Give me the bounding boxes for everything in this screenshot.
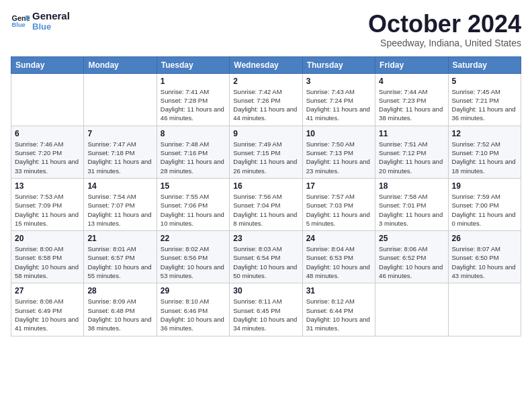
day-number: 16	[233, 181, 298, 191]
calendar-cell: 18Sunrise: 7:58 AM Sunset: 7:01 PM Dayli…	[375, 178, 448, 230]
day-info: Sunrise: 8:04 AM Sunset: 6:53 PM Dayligh…	[306, 244, 371, 280]
calendar-cell: 15Sunrise: 7:55 AM Sunset: 7:06 PM Dayli…	[157, 178, 229, 230]
day-number: 28	[87, 286, 152, 295]
calendar-cell: 27Sunrise: 8:08 AM Sunset: 6:49 PM Dayli…	[11, 283, 84, 336]
calendar-cell: 17Sunrise: 7:57 AM Sunset: 7:03 PM Dayli…	[302, 178, 375, 230]
day-info: Sunrise: 7:49 AM Sunset: 7:15 PM Dayligh…	[233, 140, 298, 175]
day-number: 24	[306, 234, 371, 243]
day-info: Sunrise: 8:00 AM Sunset: 6:58 PM Dayligh…	[15, 244, 80, 280]
day-info: Sunrise: 7:55 AM Sunset: 7:06 PM Dayligh…	[161, 192, 226, 228]
calendar-cell: 2Sunrise: 7:42 AM Sunset: 7:26 PM Daylig…	[230, 73, 302, 126]
day-number: 5	[452, 77, 517, 86]
calendar-cell: 30Sunrise: 8:11 AM Sunset: 6:45 PM Dayli…	[230, 283, 302, 336]
calendar-cell: 21Sunrise: 8:01 AM Sunset: 6:57 PM Dayli…	[84, 231, 157, 283]
day-number: 22	[161, 234, 226, 243]
day-info: Sunrise: 7:41 AM Sunset: 7:28 PM Dayligh…	[161, 87, 226, 123]
calendar-cell: 12Sunrise: 7:52 AM Sunset: 7:10 PM Dayli…	[448, 126, 521, 178]
day-info: Sunrise: 8:07 AM Sunset: 6:50 PM Dayligh…	[452, 244, 517, 280]
calendar-cell	[375, 283, 448, 336]
day-number: 3	[306, 77, 371, 86]
calendar-cell: 28Sunrise: 8:09 AM Sunset: 6:48 PM Dayli…	[84, 283, 157, 336]
calendar-week-4: 20Sunrise: 8:00 AM Sunset: 6:58 PM Dayli…	[11, 231, 521, 283]
col-saturday: Saturday	[448, 56, 521, 73]
calendar-cell: 31Sunrise: 8:12 AM Sunset: 6:44 PM Dayli…	[302, 283, 375, 336]
logo-icon: General Blue	[11, 11, 30, 30]
day-number: 20	[15, 234, 80, 243]
day-info: Sunrise: 8:06 AM Sunset: 6:52 PM Dayligh…	[379, 244, 444, 280]
calendar-cell: 8Sunrise: 7:48 AM Sunset: 7:16 PM Daylig…	[157, 126, 229, 178]
day-number: 19	[452, 181, 517, 191]
day-info: Sunrise: 8:12 AM Sunset: 6:44 PM Dayligh…	[306, 297, 371, 332]
logo-blue: Blue	[32, 22, 70, 32]
day-info: Sunrise: 7:52 AM Sunset: 7:10 PM Dayligh…	[452, 140, 517, 175]
calendar-header-row: Sunday Monday Tuesday Wednesday Thursday…	[11, 56, 521, 73]
day-number: 15	[161, 181, 226, 191]
calendar-cell: 19Sunrise: 7:59 AM Sunset: 7:00 PM Dayli…	[448, 178, 521, 230]
calendar-cell: 14Sunrise: 7:54 AM Sunset: 7:07 PM Dayli…	[84, 178, 157, 230]
day-info: Sunrise: 7:50 AM Sunset: 7:13 PM Dayligh…	[306, 140, 371, 175]
calendar-cell: 1Sunrise: 7:41 AM Sunset: 7:28 PM Daylig…	[157, 73, 229, 126]
day-info: Sunrise: 7:58 AM Sunset: 7:01 PM Dayligh…	[379, 192, 444, 228]
day-number: 9	[233, 129, 298, 138]
logo: General Blue General Blue	[11, 11, 70, 32]
day-info: Sunrise: 7:57 AM Sunset: 7:03 PM Dayligh…	[306, 192, 371, 228]
calendar-table: Sunday Monday Tuesday Wednesday Thursday…	[11, 56, 521, 336]
day-number: 30	[233, 286, 298, 295]
calendar-cell: 22Sunrise: 8:02 AM Sunset: 6:56 PM Dayli…	[157, 231, 229, 283]
day-number: 13	[15, 181, 80, 191]
day-number: 1	[161, 77, 226, 86]
day-info: Sunrise: 7:53 AM Sunset: 7:09 PM Dayligh…	[15, 192, 80, 228]
calendar-cell: 25Sunrise: 8:06 AM Sunset: 6:52 PM Dayli…	[375, 231, 448, 283]
calendar-cell: 16Sunrise: 7:56 AM Sunset: 7:04 PM Dayli…	[230, 178, 302, 230]
calendar-cell: 7Sunrise: 7:47 AM Sunset: 7:18 PM Daylig…	[84, 126, 157, 178]
col-wednesday: Wednesday	[230, 56, 302, 73]
calendar-cell: 6Sunrise: 7:46 AM Sunset: 7:20 PM Daylig…	[11, 126, 84, 178]
day-number: 4	[379, 77, 444, 86]
day-number: 17	[306, 181, 371, 191]
day-info: Sunrise: 7:59 AM Sunset: 7:00 PM Dayligh…	[452, 192, 517, 228]
day-info: Sunrise: 7:46 AM Sunset: 7:20 PM Dayligh…	[15, 140, 80, 175]
day-info: Sunrise: 8:08 AM Sunset: 6:49 PM Dayligh…	[15, 297, 80, 332]
calendar-cell: 11Sunrise: 7:51 AM Sunset: 7:12 PM Dayli…	[375, 126, 448, 178]
day-info: Sunrise: 7:44 AM Sunset: 7:23 PM Dayligh…	[379, 87, 444, 123]
day-number: 12	[452, 129, 517, 138]
day-number: 10	[306, 129, 371, 138]
day-number: 23	[233, 234, 298, 243]
calendar-cell: 10Sunrise: 7:50 AM Sunset: 7:13 PM Dayli…	[302, 126, 375, 178]
day-number: 6	[15, 129, 80, 138]
calendar-week-2: 6Sunrise: 7:46 AM Sunset: 7:20 PM Daylig…	[11, 126, 521, 178]
calendar-cell: 20Sunrise: 8:00 AM Sunset: 6:58 PM Dayli…	[11, 231, 84, 283]
location: Speedway, Indiana, United States	[368, 38, 521, 48]
day-info: Sunrise: 7:54 AM Sunset: 7:07 PM Dayligh…	[87, 192, 152, 228]
day-info: Sunrise: 8:09 AM Sunset: 6:48 PM Dayligh…	[87, 297, 152, 332]
calendar-cell	[11, 73, 84, 126]
day-info: Sunrise: 8:01 AM Sunset: 6:57 PM Dayligh…	[87, 244, 152, 280]
calendar-cell: 24Sunrise: 8:04 AM Sunset: 6:53 PM Dayli…	[302, 231, 375, 283]
day-number: 25	[379, 234, 444, 243]
calendar-cell: 4Sunrise: 7:44 AM Sunset: 7:23 PM Daylig…	[375, 73, 448, 126]
calendar-cell: 23Sunrise: 8:03 AM Sunset: 6:54 PM Dayli…	[230, 231, 302, 283]
day-number: 31	[306, 286, 371, 295]
title-block: October 2024 Speedway, Indiana, United S…	[368, 11, 521, 48]
day-number: 7	[87, 129, 152, 138]
calendar-cell: 29Sunrise: 8:10 AM Sunset: 6:46 PM Dayli…	[157, 283, 229, 336]
calendar-cell: 13Sunrise: 7:53 AM Sunset: 7:09 PM Dayli…	[11, 178, 84, 230]
day-info: Sunrise: 7:45 AM Sunset: 7:21 PM Dayligh…	[452, 87, 517, 123]
col-sunday: Sunday	[11, 56, 84, 73]
calendar-cell	[84, 73, 157, 126]
calendar-week-3: 13Sunrise: 7:53 AM Sunset: 7:09 PM Dayli…	[11, 178, 521, 230]
day-info: Sunrise: 7:48 AM Sunset: 7:16 PM Dayligh…	[161, 140, 226, 175]
day-number: 26	[452, 234, 517, 243]
calendar-week-5: 27Sunrise: 8:08 AM Sunset: 6:49 PM Dayli…	[11, 283, 521, 336]
day-number: 27	[15, 286, 80, 295]
day-number: 14	[87, 181, 152, 191]
col-tuesday: Tuesday	[157, 56, 229, 73]
calendar-week-1: 1Sunrise: 7:41 AM Sunset: 7:28 PM Daylig…	[11, 73, 521, 126]
day-number: 8	[161, 129, 226, 138]
svg-text:Blue: Blue	[12, 22, 26, 29]
day-number: 21	[87, 234, 152, 243]
day-number: 18	[379, 181, 444, 191]
calendar-cell: 9Sunrise: 7:49 AM Sunset: 7:15 PM Daylig…	[230, 126, 302, 178]
month-title: October 2024	[368, 11, 521, 38]
day-info: Sunrise: 8:11 AM Sunset: 6:45 PM Dayligh…	[233, 297, 298, 332]
